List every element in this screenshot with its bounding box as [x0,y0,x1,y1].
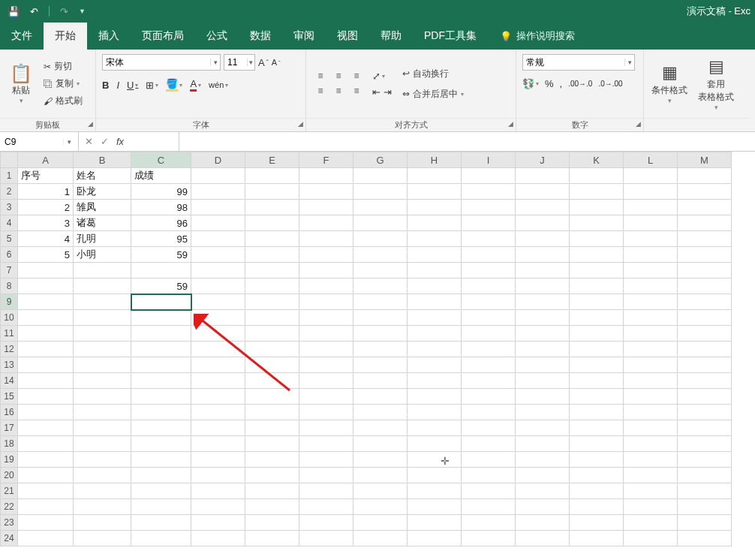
cell-B15[interactable] [74,389,131,405]
underline-button[interactable]: U▾ [127,80,138,91]
column-header-B[interactable]: B [74,152,131,168]
formula-input-wrap[interactable] [179,132,755,151]
cell-I13[interactable] [462,357,516,373]
cell-E7[interactable] [245,263,299,278]
cell-E17[interactable] [245,420,299,436]
cell-A9[interactable] [18,294,74,310]
tab-formula[interactable]: 公式 [195,23,239,50]
cell-D12[interactable] [191,342,245,357]
cell-A23[interactable] [18,515,74,531]
cell-D8[interactable] [191,278,245,294]
cell-C21[interactable] [131,483,191,499]
cell-I3[interactable] [462,200,516,215]
row-header[interactable]: 13 [1,357,18,373]
column-header-D[interactable]: D [191,152,245,168]
cell-A22[interactable] [18,499,74,515]
row-header[interactable]: 21 [1,483,18,499]
cell-L8[interactable] [624,278,678,294]
cell-A1[interactable]: 序号 [18,168,74,184]
cell-A10[interactable] [18,310,74,326]
chevron-down-icon[interactable]: ▾ [624,59,634,66]
cell-F3[interactable] [299,200,353,215]
cell-E24[interactable] [245,531,299,546]
cell-M17[interactable] [678,420,732,436]
row-header[interactable]: 3 [1,200,18,215]
cell-L11[interactable] [624,326,678,342]
cell-E8[interactable] [245,278,299,294]
cell-C12[interactable] [131,342,191,357]
cell-J19[interactable] [516,452,570,468]
cell-E14[interactable] [245,373,299,389]
cell-E4[interactable] [245,215,299,231]
cell-H15[interactable] [408,389,462,405]
font-size-combo[interactable]: ▾ [224,54,255,71]
cell-H16[interactable] [408,405,462,420]
column-header-F[interactable]: F [299,152,353,168]
format-painter-button[interactable]: 🖌格式刷 [41,93,86,109]
cell-I9[interactable] [462,294,516,310]
cell-M7[interactable] [678,263,732,278]
row-header[interactable]: 14 [1,373,18,389]
cell-M11[interactable] [678,326,732,342]
align-middle-button[interactable]: ≡ [330,70,347,82]
chevron-down-icon[interactable]: ▾ [63,138,75,146]
accounting-format-button[interactable]: 💱▾ [522,78,539,89]
cell-F12[interactable] [299,342,353,357]
cell-B9[interactable] [74,294,131,310]
cell-M8[interactable] [678,278,732,294]
cell-F5[interactable] [299,231,353,247]
cell-L20[interactable] [624,468,678,483]
cell-D1[interactable] [191,168,245,184]
cell-H14[interactable] [408,373,462,389]
align-left-button[interactable]: ≡ [312,85,329,97]
cell-A24[interactable] [18,531,74,546]
cell-E10[interactable] [245,310,299,326]
cell-K12[interactable] [570,342,624,357]
cell-B14[interactable] [74,373,131,389]
cell-C18[interactable] [131,436,191,452]
align-center-button[interactable]: ≡ [330,85,347,97]
cell-D6[interactable] [191,247,245,263]
cell-H18[interactable] [408,436,462,452]
column-header-H[interactable]: H [408,152,462,168]
bold-button[interactable]: B [102,80,109,91]
cell-M24[interactable] [678,531,732,546]
merge-center-button[interactable]: ⇔合并后居中▾ [399,86,467,102]
cell-F16[interactable] [299,405,353,420]
cell-I4[interactable] [462,215,516,231]
cell-M23[interactable] [678,515,732,531]
cell-G20[interactable] [353,468,408,483]
percent-format-button[interactable]: % [545,78,554,89]
cell-D15[interactable] [191,389,245,405]
cell-K6[interactable] [570,247,624,263]
cell-K18[interactable] [570,436,624,452]
cell-E21[interactable] [245,483,299,499]
row-header[interactable]: 11 [1,326,18,342]
cell-E19[interactable] [245,452,299,468]
cell-F19[interactable] [299,452,353,468]
qat-customize-icon[interactable]: ▼ [79,8,86,15]
cell-F8[interactable] [299,278,353,294]
cell-D16[interactable] [191,405,245,420]
cell-M12[interactable] [678,342,732,357]
cell-B7[interactable] [74,263,131,278]
cell-A7[interactable] [18,263,74,278]
cell-K11[interactable] [570,326,624,342]
cell-M5[interactable] [678,231,732,247]
cell-C24[interactable] [131,531,191,546]
cell-C22[interactable] [131,499,191,515]
name-box-input[interactable] [0,137,63,147]
comma-format-button[interactable]: , [560,78,563,89]
cell-B1[interactable]: 姓名 [74,168,131,184]
cell-A4[interactable]: 3 [18,215,74,231]
cell-D17[interactable] [191,420,245,436]
cell-I2[interactable] [462,184,516,200]
cell-F17[interactable] [299,420,353,436]
row-header[interactable]: 20 [1,468,18,483]
cell-B4[interactable]: 诸葛 [74,215,131,231]
cell-E13[interactable] [245,357,299,373]
cell-K17[interactable] [570,420,624,436]
cell-H20[interactable] [408,468,462,483]
cell-C8[interactable]: 59 [131,278,191,294]
row-header[interactable]: 19 [1,452,18,468]
